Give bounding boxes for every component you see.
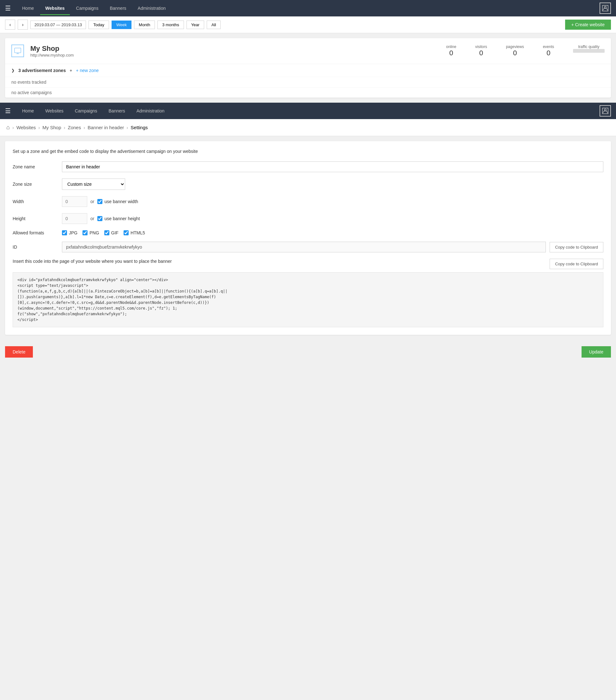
nav-links-2: Home Websites Campaigns Banners Administ… (17, 104, 600, 118)
profile-icon-1[interactable] (600, 2, 611, 14)
stat-pageviews-label: pageviews (506, 45, 524, 49)
svg-rect-2 (14, 48, 21, 53)
nav-administration-2[interactable]: Administration (132, 104, 170, 118)
format-html5-checkbox[interactable] (124, 230, 128, 235)
profile-icon-2[interactable] (600, 105, 611, 116)
width-input[interactable] (62, 196, 87, 207)
copy-id-btn[interactable]: Copy code to Clipboard (550, 242, 603, 252)
months3-btn[interactable]: 3 months (157, 21, 184, 29)
id-row: ID Copy code to Clipboard (13, 242, 603, 252)
hamburger-menu-1[interactable]: ☰ (5, 4, 11, 12)
format-gif: GIF (104, 230, 119, 235)
breadcrumb-websites[interactable]: Websites (16, 125, 36, 130)
stat-pageviews: pageviews 0 (506, 45, 524, 57)
width-size-row: or use banner width (62, 196, 603, 207)
all-btn[interactable]: All (207, 21, 221, 29)
height-label: Height (13, 216, 57, 221)
nav-banners-2[interactable]: Banners (104, 104, 130, 118)
nav-campaigns-2[interactable]: Campaigns (70, 104, 102, 118)
breadcrumb-zones[interactable]: Zones (68, 125, 81, 130)
site-stats: online 0 visitors 0 pageviews 0 events 0… (446, 45, 605, 57)
stat-visitors-label: visitors (475, 45, 487, 49)
zones-chevron[interactable]: ❯ (11, 68, 14, 73)
create-website-btn[interactable]: + Create website (565, 20, 611, 30)
breadcrumb-sep-0: › (12, 125, 14, 130)
next-btn[interactable]: › (18, 20, 28, 30)
no-events-row: no events tracked (5, 77, 611, 87)
site-url[interactable]: http://www.myshop.com (30, 53, 440, 58)
home-icon[interactable]: ⌂ (6, 124, 10, 131)
format-png: PNG (83, 230, 99, 235)
nav-links-1: Home Websites Campaigns Banners Administ… (17, 1, 600, 15)
height-or: or (90, 216, 94, 221)
formats-control: JPG PNG GIF HTML5 (62, 230, 603, 235)
format-jpg-text: JPG (69, 230, 77, 235)
nav-websites-1[interactable]: Websites (40, 1, 70, 15)
zone-size-select[interactable]: Custom size Fixed size (62, 178, 125, 190)
prev-btn[interactable]: ‹ (5, 20, 15, 30)
svg-point-4 (604, 109, 606, 111)
stat-pageviews-value: 0 (506, 49, 524, 57)
date-range: 2019.03.07 — 2019.03.13 (30, 21, 86, 29)
format-gif-checkbox[interactable] (104, 230, 109, 235)
height-input[interactable] (62, 213, 87, 224)
format-html5-text: HTML5 (131, 230, 145, 235)
breadcrumb-sep-4: › (126, 125, 128, 130)
code-desc-row: Insert this code into the page of your w… (13, 259, 603, 269)
breadcrumb-settings: Settings (131, 125, 148, 130)
hamburger-menu-2[interactable]: ☰ (5, 107, 11, 115)
zone-name-row: Zone name (13, 161, 603, 172)
year-btn[interactable]: Year (186, 21, 204, 29)
height-control: or use banner height (62, 213, 603, 224)
traffic-bar (573, 49, 605, 53)
breadcrumb-sep-1: › (38, 125, 40, 130)
breadcrumb-myshop[interactable]: My Shop (42, 125, 61, 130)
zone-name-input[interactable] (62, 161, 603, 172)
use-banner-width-text: use banner width (104, 199, 138, 204)
nav-banners-1[interactable]: Banners (104, 1, 131, 15)
website-header: My Shop http://www.myshop.com online 0 v… (11, 45, 605, 58)
nav-home-2[interactable]: Home (17, 104, 39, 118)
use-banner-width-checkbox[interactable] (97, 199, 102, 204)
nav-campaigns-1[interactable]: Campaigns (71, 1, 104, 15)
format-jpg-checkbox[interactable] (62, 230, 67, 235)
code-section: Insert this code into the page of your w… (13, 259, 603, 327)
width-control: or use banner width (62, 196, 603, 207)
use-banner-height-checkbox[interactable] (97, 216, 102, 221)
svg-point-1 (604, 6, 606, 8)
week-btn[interactable]: Week (112, 21, 132, 29)
new-zone-link[interactable]: + new zone (76, 68, 99, 73)
action-bar: Delete Update (0, 340, 616, 364)
today-btn[interactable]: Today (88, 21, 109, 29)
height-size-row: or use banner height (62, 213, 603, 224)
format-jpg: JPG (62, 230, 77, 235)
formats-list: JPG PNG GIF HTML5 (62, 230, 603, 235)
breadcrumb-banner[interactable]: Banner in header (88, 125, 124, 130)
code-description: Insert this code into the page of your w… (13, 259, 172, 264)
nav-home-1[interactable]: Home (17, 1, 39, 15)
no-campaigns-row: no active campaigns (5, 87, 611, 98)
stat-online: online 0 (446, 45, 456, 57)
format-png-checkbox[interactable] (83, 230, 88, 235)
nav-administration-1[interactable]: Administration (133, 1, 171, 15)
breadcrumb-sep-2: › (64, 125, 65, 130)
top-navbar-2: ☰ Home Websites Campaigns Banners Admini… (0, 103, 616, 119)
use-banner-height-label: use banner height (97, 216, 140, 221)
site-info: My Shop http://www.myshop.com (30, 45, 440, 58)
delete-button[interactable]: Delete (5, 346, 33, 358)
update-button[interactable]: Update (581, 346, 611, 358)
zone-name-control (62, 161, 603, 172)
stat-events: events 0 (543, 45, 554, 57)
date-bar: ‹ › 2019.03.07 — 2019.03.13 Today Week M… (0, 16, 616, 33)
id-value-row: Copy code to Clipboard (62, 242, 603, 252)
copy-code-btn[interactable]: Copy code to Clipboard (550, 259, 603, 269)
id-input[interactable] (62, 242, 546, 252)
stat-online-value: 0 (446, 49, 456, 57)
month-btn[interactable]: Month (134, 21, 155, 29)
nav-websites-2[interactable]: Websites (40, 104, 68, 118)
zone-size-label: Zone size (13, 182, 57, 187)
formats-row: Allowed formats JPG PNG GIF HTML5 (13, 230, 603, 235)
formats-label: Allowed formats (13, 230, 57, 235)
width-row: Width or use banner width (13, 196, 603, 207)
width-label: Width (13, 199, 57, 204)
